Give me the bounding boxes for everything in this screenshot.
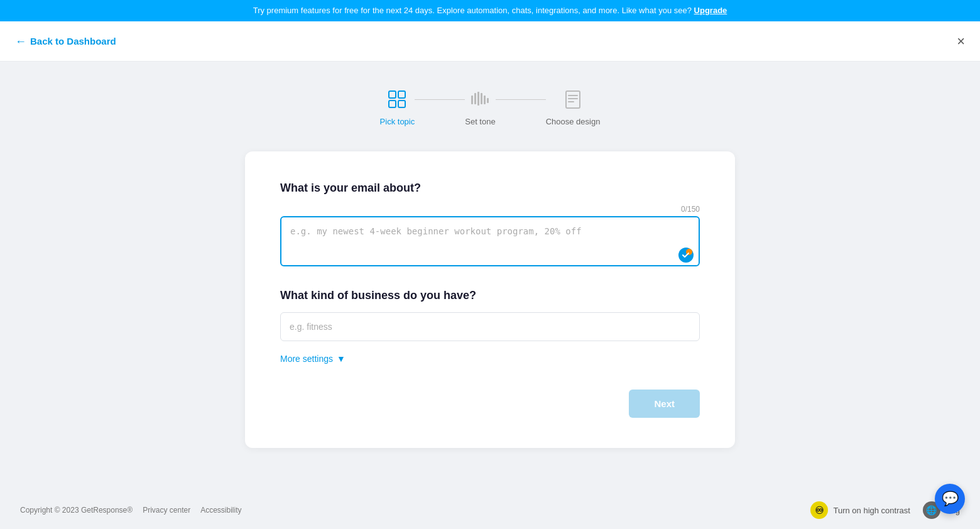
step-set-tone: Set tone <box>465 87 495 126</box>
email-topic-wrapper <box>280 216 700 269</box>
choose-design-label: Choose design <box>546 117 601 126</box>
pick-topic-label: Pick topic <box>380 117 415 126</box>
set-tone-icon <box>467 87 493 112</box>
svg-rect-0 <box>389 91 396 98</box>
pick-topic-icon <box>384 87 410 112</box>
char-count: 0/150 <box>280 205 700 214</box>
svg-rect-8 <box>484 95 486 104</box>
set-tone-label: Set tone <box>465 117 495 126</box>
step-connector-2 <box>496 99 546 100</box>
accessibility-icon: ♾ <box>810 501 828 519</box>
step-choose-design: Choose design <box>546 87 601 126</box>
next-button[interactable]: Next <box>629 390 700 418</box>
choose-design-icon <box>560 87 585 112</box>
svg-rect-6 <box>477 92 479 106</box>
card-footer: Next <box>280 390 700 418</box>
steps-wizard: Pick topic Set tone <box>380 87 601 126</box>
chevron-down-icon: ▼ <box>337 354 346 364</box>
email-topic-input[interactable] <box>280 216 700 266</box>
page-footer: Copyright © 2023 GetResponse® Privacy ce… <box>0 491 980 529</box>
business-type-input[interactable] <box>280 312 700 341</box>
svg-rect-4 <box>471 95 473 104</box>
copyright-text: Copyright © 2023 GetResponse® <box>20 506 133 515</box>
accessibility-link[interactable]: Accessibility <box>200 506 241 515</box>
high-contrast-toggle[interactable]: ♾ Turn on high contrast <box>810 501 910 519</box>
footer-left: Copyright © 2023 GetResponse® Privacy ce… <box>20 506 242 515</box>
more-settings-button[interactable]: More settings ▼ <box>280 354 346 364</box>
chat-bubble-button[interactable]: 💬 <box>935 484 965 514</box>
step-connector-1 <box>415 99 465 100</box>
top-banner: Try premium features for free for the ne… <box>0 0 980 21</box>
svg-rect-7 <box>481 93 482 104</box>
svg-rect-2 <box>389 101 396 107</box>
back-arrow-icon: ← <box>15 36 26 47</box>
header: ← Back to Dashboard × <box>0 21 980 62</box>
main-content: Pick topic Set tone <box>0 62 980 491</box>
main-card: What is your email about? 0/150 What kin… <box>245 151 735 448</box>
svg-rect-1 <box>398 91 405 98</box>
svg-rect-3 <box>398 101 405 107</box>
more-settings-label: More settings <box>280 354 333 364</box>
svg-rect-9 <box>487 98 489 103</box>
question2-label: What kind of business do you have? <box>280 289 700 302</box>
question1-label: What is your email about? <box>280 182 700 195</box>
banner-text: Try premium features for free for the ne… <box>253 6 692 15</box>
svg-rect-5 <box>474 93 476 104</box>
step-pick-topic: Pick topic <box>380 87 415 126</box>
privacy-center-link[interactable]: Privacy center <box>143 506 190 515</box>
back-label: Back to Dashboard <box>30 36 116 46</box>
input-check-icon <box>678 248 694 263</box>
high-contrast-label: Turn on high contrast <box>833 506 910 515</box>
close-button[interactable]: × <box>957 35 965 48</box>
back-to-dashboard-link[interactable]: ← Back to Dashboard <box>15 36 116 47</box>
svg-rect-10 <box>566 91 580 108</box>
upgrade-link[interactable]: Upgrade <box>694 6 727 15</box>
